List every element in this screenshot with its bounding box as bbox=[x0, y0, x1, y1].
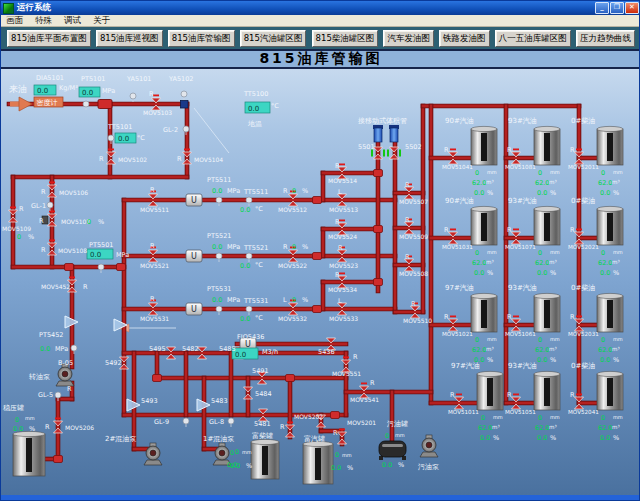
instrument-tap[interactable] bbox=[246, 253, 252, 259]
tank-MOV51081-level-gauge bbox=[544, 133, 550, 161]
instrument-tap[interactable] bbox=[216, 306, 222, 312]
diagram-label: MOV5104 bbox=[194, 156, 223, 163]
tank-level-value: 0 bbox=[475, 336, 479, 344]
nav-button-5[interactable]: 815柴油罐区图 bbox=[312, 30, 379, 47]
menu-item-4[interactable]: 关于 bbox=[93, 15, 110, 27]
diagram-label: MOV5524 bbox=[328, 233, 357, 240]
diagram-label: °C bbox=[271, 102, 279, 110]
diagram-label: 0 bbox=[385, 432, 389, 440]
flow-meter-u-label: U bbox=[191, 252, 197, 261]
diagram-label: TT5521 bbox=[243, 244, 268, 252]
diagram-label: 0 bbox=[292, 296, 296, 304]
tank-volume-unit: m³ bbox=[549, 179, 557, 185]
diagram-label: R bbox=[39, 217, 44, 225]
instrument-tap[interactable] bbox=[181, 91, 187, 97]
tank-volume-value: 62.0 bbox=[478, 424, 492, 432]
diagram-label: 0.0 bbox=[212, 243, 222, 251]
close-button[interactable]: ✕ bbox=[625, 2, 639, 14]
maximize-button[interactable]: ❐ bbox=[610, 2, 624, 14]
diagram-label: GL-5 bbox=[38, 391, 53, 399]
menu-item-3[interactable]: 调试 bbox=[64, 15, 81, 27]
instrument-tap[interactable] bbox=[246, 197, 252, 203]
nav-button-6[interactable]: 汽车发油图 bbox=[383, 30, 434, 47]
diagram-label: MPa bbox=[55, 345, 68, 353]
diagram-label: 0 bbox=[17, 233, 21, 241]
diagram-label: MOV5523 bbox=[329, 262, 358, 269]
instrument-tap[interactable] bbox=[98, 264, 104, 270]
diagram-label: 0 bbox=[230, 449, 234, 457]
tank-MOV52041-level-gauge bbox=[607, 378, 613, 406]
instrument-tap[interactable] bbox=[228, 418, 234, 424]
nav-button-row: 815油库平面布置图815油库巡视图815油库管输图815汽油罐区图815柴油罐… bbox=[1, 27, 640, 49]
menu-item-1[interactable]: 画面 bbox=[6, 15, 23, 27]
valve-flag-label: R bbox=[450, 391, 455, 399]
diagram-label: GL-1 bbox=[31, 202, 46, 210]
tank-rich-diesel-level-gauge bbox=[262, 446, 268, 475]
valve-flag bbox=[69, 277, 75, 279]
diagram-label: 0.0 bbox=[331, 464, 341, 472]
menu-item-2[interactable]: 特殊 bbox=[35, 15, 52, 27]
valve-flag bbox=[10, 207, 16, 209]
diagram-label: 5491 bbox=[252, 367, 269, 375]
nav-button-4[interactable]: 815汽油罐区图 bbox=[240, 30, 307, 47]
diagram-label: MOV5103 bbox=[143, 109, 172, 116]
instrument-tap[interactable] bbox=[183, 418, 189, 424]
valve-tag: MOV52011 bbox=[568, 164, 599, 170]
tank-dirty-oil[interactable] bbox=[379, 441, 406, 457]
valve-flag bbox=[49, 182, 55, 184]
diagram-label: MPa bbox=[102, 87, 115, 95]
pump-hub bbox=[426, 442, 432, 448]
tank-level-unit: mm bbox=[487, 169, 497, 175]
instrument-tap[interactable] bbox=[183, 126, 189, 132]
valve-tag: MOV51031 bbox=[442, 244, 473, 250]
instrument-tap[interactable] bbox=[130, 93, 136, 99]
tank-percent-unit: % bbox=[487, 189, 493, 197]
tank-name: 0#柴油 bbox=[571, 284, 595, 292]
nav-button-8[interactable]: 八一五油库罐区图 bbox=[495, 30, 571, 47]
diagram-label: MOV5201 bbox=[347, 419, 376, 426]
diagram-label: R bbox=[335, 218, 340, 226]
diagram-label: % bbox=[29, 425, 35, 433]
diagram-label: 0 bbox=[335, 451, 339, 459]
tank-name: 90#汽油 bbox=[445, 197, 474, 205]
diagram-label: °C bbox=[137, 134, 145, 142]
valve-open-indicator bbox=[399, 150, 401, 157]
valve-tag: MOV51011 bbox=[448, 409, 479, 415]
valve-flag bbox=[576, 149, 582, 151]
diagram-label: MOV5521 bbox=[140, 262, 169, 269]
nav-button-2[interactable]: 815油库巡视图 bbox=[96, 30, 163, 47]
nav-button-9[interactable]: 压力趋势曲线 bbox=[576, 30, 635, 47]
diagram-label: MPa bbox=[227, 187, 240, 195]
instrument-tap[interactable] bbox=[108, 135, 114, 141]
diagram-label: R bbox=[150, 295, 155, 303]
diagram-label: mm bbox=[342, 452, 352, 458]
minimize-button[interactable]: _ bbox=[595, 2, 609, 14]
diagram-label: R bbox=[405, 216, 410, 224]
valve-flag bbox=[513, 229, 519, 231]
nav-button-1[interactable]: 815油库平面布置图 bbox=[7, 30, 91, 47]
tank-volume-unit: m³ bbox=[549, 346, 557, 352]
valve-flag bbox=[339, 164, 345, 166]
nav-button-7[interactable]: 铁路发油图 bbox=[439, 30, 490, 47]
tank-volume-value: 62.0 bbox=[535, 259, 549, 267]
instrument-tap[interactable] bbox=[216, 253, 222, 259]
instrument-tap[interactable] bbox=[246, 306, 252, 312]
diagram-label: TT5101 bbox=[107, 123, 132, 131]
diagram-label: 地温 bbox=[247, 120, 262, 128]
tank-MOV52011-top bbox=[597, 126, 623, 131]
instrument-tap[interactable] bbox=[71, 345, 77, 351]
instrument-tap[interactable] bbox=[83, 101, 89, 107]
tank-level-unit: mm bbox=[493, 414, 503, 420]
diagram-label: MOV5541 bbox=[350, 396, 379, 403]
pump-hub bbox=[219, 450, 225, 456]
diagram-label: MOV5533 bbox=[329, 315, 358, 322]
instrument-tap[interactable] bbox=[47, 202, 53, 208]
diagram-label: mm bbox=[25, 415, 35, 421]
tank-percent-value: 0.0 bbox=[474, 189, 484, 197]
densitometer-label: 密度计 bbox=[37, 99, 58, 107]
instrument-tap[interactable] bbox=[216, 197, 222, 203]
value-box-text: 0.0 bbox=[235, 351, 246, 359]
nav-button-3[interactable]: 815油库管输图 bbox=[168, 30, 235, 47]
instrument-tap[interactable] bbox=[55, 392, 61, 398]
pump-hub bbox=[62, 371, 68, 377]
